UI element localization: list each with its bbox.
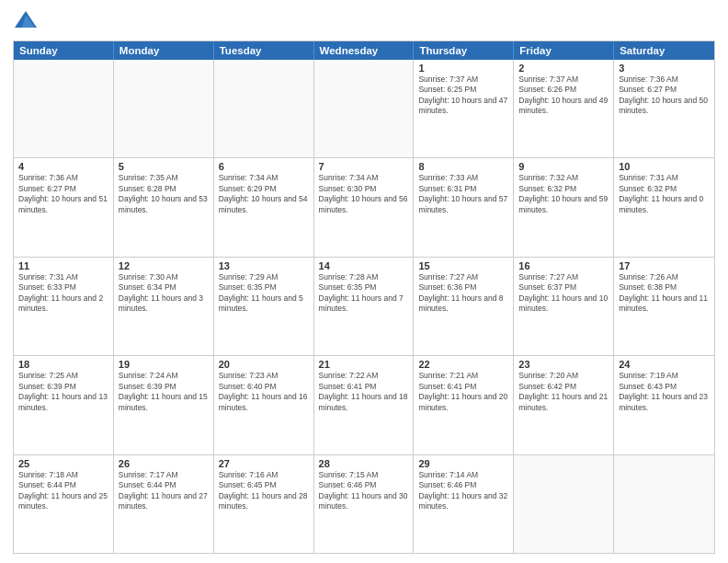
day-info: Sunrise: 7:36 AM Sunset: 6:27 PM Dayligh…	[18, 173, 108, 215]
calendar-cell: 28Sunrise: 7:15 AM Sunset: 6:46 PM Dayli…	[314, 455, 415, 553]
calendar-cell	[614, 455, 714, 553]
calendar-cell	[314, 60, 415, 157]
calendar-cell: 17Sunrise: 7:26 AM Sunset: 6:38 PM Dayli…	[614, 258, 714, 355]
day-number: 11	[18, 260, 108, 271]
day-number: 2	[518, 63, 609, 74]
calendar-row-4: 25Sunrise: 7:18 AM Sunset: 6:44 PM Dayli…	[14, 454, 714, 553]
calendar-cell	[214, 60, 314, 157]
calendar-cell: 24Sunrise: 7:19 AM Sunset: 6:43 PM Dayli…	[614, 356, 714, 454]
header-day-saturday: Saturday	[614, 41, 714, 60]
page: SundayMondayTuesdayWednesdayThursdayFrid…	[0, 0, 728, 563]
calendar-cell: 21Sunrise: 7:22 AM Sunset: 6:41 PM Dayli…	[314, 356, 415, 454]
header-day-tuesday: Tuesday	[214, 41, 314, 60]
day-info: Sunrise: 7:37 AM Sunset: 6:26 PM Dayligh…	[518, 75, 609, 117]
calendar-row-2: 11Sunrise: 7:31 AM Sunset: 6:33 PM Dayli…	[14, 257, 714, 355]
day-number: 9	[518, 161, 609, 172]
day-info: Sunrise: 7:30 AM Sunset: 6:34 PM Dayligh…	[119, 272, 209, 315]
calendar-header: SundayMondayTuesdayWednesdayThursdayFrid…	[14, 41, 714, 60]
day-number: 6	[219, 161, 309, 172]
logo-icon	[13, 9, 39, 35]
day-info: Sunrise: 7:25 AM Sunset: 6:39 PM Dayligh…	[18, 371, 108, 413]
calendar-cell: 16Sunrise: 7:27 AM Sunset: 6:37 PM Dayli…	[514, 258, 614, 355]
day-info: Sunrise: 7:32 AM Sunset: 6:32 PM Dayligh…	[518, 173, 609, 215]
header-day-thursday: Thursday	[414, 41, 514, 60]
day-info: Sunrise: 7:20 AM Sunset: 6:42 PM Dayligh…	[518, 371, 609, 413]
calendar-cell: 12Sunrise: 7:30 AM Sunset: 6:34 PM Dayli…	[114, 258, 214, 355]
day-number: 7	[319, 161, 409, 172]
calendar-row-0: 1Sunrise: 7:37 AM Sunset: 6:25 PM Daylig…	[14, 60, 714, 157]
calendar-row-3: 18Sunrise: 7:25 AM Sunset: 6:39 PM Dayli…	[14, 355, 714, 454]
day-number: 17	[619, 260, 710, 271]
day-info: Sunrise: 7:23 AM Sunset: 6:40 PM Dayligh…	[219, 371, 309, 413]
calendar-cell: 22Sunrise: 7:21 AM Sunset: 6:41 PM Dayli…	[414, 356, 514, 454]
day-number: 4	[18, 161, 108, 172]
calendar: SundayMondayTuesdayWednesdayThursdayFrid…	[13, 40, 715, 554]
day-info: Sunrise: 7:27 AM Sunset: 6:37 PM Dayligh…	[518, 272, 609, 315]
calendar-cell: 10Sunrise: 7:31 AM Sunset: 6:32 PM Dayli…	[614, 158, 714, 256]
calendar-cell: 2Sunrise: 7:37 AM Sunset: 6:26 PM Daylig…	[514, 60, 614, 157]
calendar-cell: 6Sunrise: 7:34 AM Sunset: 6:29 PM Daylig…	[214, 158, 314, 256]
day-info: Sunrise: 7:24 AM Sunset: 6:39 PM Dayligh…	[119, 371, 209, 413]
day-info: Sunrise: 7:15 AM Sunset: 6:46 PM Dayligh…	[319, 470, 409, 512]
calendar-cell: 8Sunrise: 7:33 AM Sunset: 6:31 PM Daylig…	[414, 158, 514, 256]
calendar-cell	[14, 60, 114, 157]
day-info: Sunrise: 7:21 AM Sunset: 6:41 PM Dayligh…	[418, 371, 508, 413]
calendar-cell: 26Sunrise: 7:17 AM Sunset: 6:44 PM Dayli…	[114, 455, 214, 553]
day-info: Sunrise: 7:22 AM Sunset: 6:41 PM Dayligh…	[319, 371, 409, 413]
calendar-cell: 18Sunrise: 7:25 AM Sunset: 6:39 PM Dayli…	[14, 356, 114, 454]
calendar-cell: 11Sunrise: 7:31 AM Sunset: 6:33 PM Dayli…	[14, 258, 114, 355]
calendar-cell: 14Sunrise: 7:28 AM Sunset: 6:35 PM Dayli…	[314, 258, 415, 355]
day-info: Sunrise: 7:29 AM Sunset: 6:35 PM Dayligh…	[219, 272, 309, 315]
day-number: 24	[619, 359, 710, 370]
day-number: 18	[18, 359, 108, 370]
calendar-cell: 20Sunrise: 7:23 AM Sunset: 6:40 PM Dayli…	[214, 356, 314, 454]
header-day-wednesday: Wednesday	[314, 41, 415, 60]
calendar-cell: 3Sunrise: 7:36 AM Sunset: 6:27 PM Daylig…	[614, 60, 714, 157]
calendar-cell	[514, 455, 614, 553]
header-day-sunday: Sunday	[14, 41, 114, 60]
day-number: 13	[219, 260, 309, 271]
day-number: 8	[418, 161, 508, 172]
day-info: Sunrise: 7:33 AM Sunset: 6:31 PM Dayligh…	[418, 173, 508, 215]
day-number: 27	[219, 458, 309, 469]
calendar-cell: 27Sunrise: 7:16 AM Sunset: 6:45 PM Dayli…	[214, 455, 314, 553]
day-number: 23	[518, 359, 609, 370]
calendar-cell: 1Sunrise: 7:37 AM Sunset: 6:25 PM Daylig…	[414, 60, 514, 157]
logo	[13, 9, 42, 35]
calendar-cell: 13Sunrise: 7:29 AM Sunset: 6:35 PM Dayli…	[214, 258, 314, 355]
calendar-cell: 7Sunrise: 7:34 AM Sunset: 6:30 PM Daylig…	[314, 158, 415, 256]
day-info: Sunrise: 7:18 AM Sunset: 6:44 PM Dayligh…	[18, 470, 108, 512]
calendar-cell: 29Sunrise: 7:14 AM Sunset: 6:46 PM Dayli…	[414, 455, 514, 553]
day-number: 16	[518, 260, 609, 271]
day-number: 19	[119, 359, 209, 370]
day-info: Sunrise: 7:31 AM Sunset: 6:33 PM Dayligh…	[18, 272, 108, 315]
day-info: Sunrise: 7:27 AM Sunset: 6:36 PM Dayligh…	[418, 272, 508, 315]
day-info: Sunrise: 7:34 AM Sunset: 6:29 PM Dayligh…	[219, 173, 309, 215]
day-info: Sunrise: 7:31 AM Sunset: 6:32 PM Dayligh…	[619, 173, 710, 215]
day-number: 21	[319, 359, 409, 370]
day-info: Sunrise: 7:37 AM Sunset: 6:25 PM Dayligh…	[418, 75, 508, 117]
calendar-body: 1Sunrise: 7:37 AM Sunset: 6:25 PM Daylig…	[14, 60, 714, 553]
day-info: Sunrise: 7:16 AM Sunset: 6:45 PM Dayligh…	[219, 470, 309, 512]
calendar-cell	[114, 60, 214, 157]
day-number: 5	[119, 161, 209, 172]
day-number: 3	[619, 63, 710, 74]
calendar-cell: 15Sunrise: 7:27 AM Sunset: 6:36 PM Dayli…	[414, 258, 514, 355]
day-info: Sunrise: 7:14 AM Sunset: 6:46 PM Dayligh…	[418, 470, 508, 512]
header	[13, 9, 715, 35]
day-number: 26	[119, 458, 209, 469]
day-number: 29	[418, 458, 508, 469]
day-number: 14	[319, 260, 409, 271]
day-number: 22	[418, 359, 508, 370]
day-number: 25	[18, 458, 108, 469]
calendar-cell: 4Sunrise: 7:36 AM Sunset: 6:27 PM Daylig…	[14, 158, 114, 256]
day-info: Sunrise: 7:34 AM Sunset: 6:30 PM Dayligh…	[319, 173, 409, 215]
calendar-cell: 25Sunrise: 7:18 AM Sunset: 6:44 PM Dayli…	[14, 455, 114, 553]
day-number: 1	[418, 63, 508, 74]
day-number: 20	[219, 359, 309, 370]
day-number: 15	[418, 260, 508, 271]
header-day-friday: Friday	[514, 41, 614, 60]
day-info: Sunrise: 7:26 AM Sunset: 6:38 PM Dayligh…	[619, 272, 710, 315]
day-number: 12	[119, 260, 209, 271]
calendar-cell: 23Sunrise: 7:20 AM Sunset: 6:42 PM Dayli…	[514, 356, 614, 454]
